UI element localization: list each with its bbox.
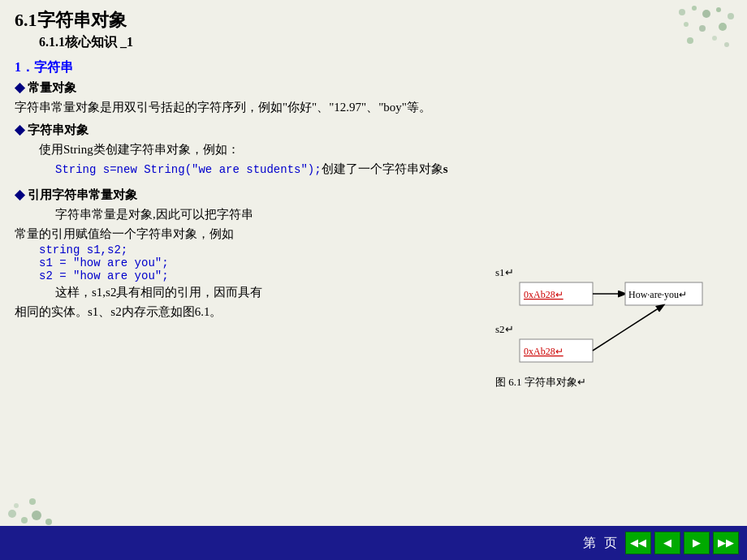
deco-top-right: [674, 4, 739, 53]
bullet2-code-suffix: 创建了一个字符串对象s: [322, 162, 448, 175]
bullet3-label: 引用字符串常量对象: [28, 187, 137, 203]
nav-next-icon: ▶: [693, 536, 701, 549]
page-subtitle: 6.1.1核心知识 _1: [39, 34, 732, 51]
bullet3-icon: ◆: [15, 187, 24, 202]
page-unit: 页: [604, 535, 617, 552]
bullet3-content1: 字符串常量是对象,因此可以把字符串: [55, 208, 253, 221]
svg-text:How·are·you↵: How·are·you↵: [628, 289, 687, 300]
svg-point-12: [692, 6, 697, 11]
svg-text:图 6.1 字符串对象↵: 图 6.1 字符串对象↵: [495, 376, 586, 388]
svg-point-26: [14, 503, 19, 508]
bullet3-line: ◆ 引用字符串常量对象: [15, 187, 732, 203]
svg-text:0xAb28↵: 0xAb28↵: [524, 289, 563, 300]
bullet3-content3: 这样，s1,s2具有相同的引用，因而具有: [55, 286, 262, 299]
nav-last-button[interactable]: ▶▶: [713, 532, 739, 554]
section-title: 字符串: [34, 60, 73, 74]
title-sub-text: 6.1.1核心知识 _1: [39, 35, 133, 49]
svg-point-27: [29, 498, 36, 505]
svg-text:0xAb28↵: 0xAb28↵: [524, 346, 563, 357]
nav-last-icon: ▶▶: [718, 536, 734, 549]
bullet2-text1: 使用String类创建字符串对象，例如：: [39, 140, 732, 159]
svg-point-14: [716, 7, 721, 12]
section-num: 1．: [15, 60, 34, 74]
diagram-svg: s1↵ 0xAb28↵ How·are·you↵ s2↵ 0xAb28↵ 图 6…: [447, 227, 706, 406]
svg-point-19: [712, 36, 717, 41]
bullet3-content2: 常量的引用赋值给一个字符串对象，例如: [15, 227, 234, 240]
diagram-area: s1↵ 0xAb28↵ How·are·you↵ s2↵ 0xAb28↵ 图 6…: [447, 227, 706, 409]
nav-prev-icon: ◀: [663, 536, 671, 549]
nav-prev-button[interactable]: ◀: [654, 532, 680, 554]
bullet2-label: 字符串对象: [28, 123, 89, 138]
bottom-bar: 第 页 ◀◀ ◀ ▶ ▶▶: [0, 526, 747, 560]
bullet2-code-block: String s=new String("we are students");创…: [55, 159, 732, 179]
bullet2-line: ◆ 字符串对象: [15, 122, 732, 138]
svg-point-17: [699, 25, 706, 32]
svg-point-11: [679, 9, 685, 15]
svg-point-18: [719, 23, 727, 31]
svg-point-13: [702, 10, 710, 18]
bullet2-content1: 使用String类创建字符串对象，例如：: [39, 143, 240, 156]
bullet1-line: ◆ 常量对象: [15, 80, 732, 96]
nav-next-button[interactable]: ▶: [684, 532, 710, 554]
bullet3-content4: 相同的实体。s1、s2内存示意如图6.1。: [15, 305, 222, 318]
bullet1-text: 字符串常量对象是用双引号括起的字符序列，例如"你好"、"12.97"、"boy"…: [15, 97, 732, 117]
bullet2-icon: ◆: [15, 122, 24, 137]
nav-buttons: ◀◀ ◀ ▶ ▶▶: [625, 532, 739, 554]
svg-text:s1↵: s1↵: [495, 266, 514, 278]
title-main-text: 6.1字符串对象: [15, 10, 127, 30]
bullet1-content: 字符串常量对象是用双引号括起的字符序列，例如"你好"、"12.97"、"boy"…: [15, 101, 431, 114]
deco-bottom-left: [4, 481, 61, 526]
bullet1-label: 常量对象: [28, 80, 76, 96]
svg-point-20: [687, 37, 693, 44]
page-title: 6.1字符串对象: [15, 8, 732, 32]
svg-point-22: [8, 510, 16, 518]
svg-point-16: [684, 22, 689, 27]
section-1-header: 1．字符串: [15, 59, 732, 76]
svg-point-25: [45, 519, 52, 525]
svg-point-24: [32, 510, 41, 520]
svg-text:s2↵: s2↵: [495, 323, 514, 335]
svg-point-23: [21, 517, 28, 523]
nav-first-icon: ◀◀: [630, 536, 646, 549]
bullet2-code: String s=new String("we are students");: [55, 163, 322, 176]
nav-first-button[interactable]: ◀◀: [625, 532, 651, 554]
svg-point-15: [728, 13, 734, 19]
svg-point-21: [724, 42, 729, 47]
bullet1-icon: ◆: [15, 80, 24, 95]
bullet3-text1: 字符串常量是对象,因此可以把字符串: [55, 205, 732, 224]
svg-line-9: [593, 305, 663, 351]
page-label: 第: [583, 535, 596, 552]
